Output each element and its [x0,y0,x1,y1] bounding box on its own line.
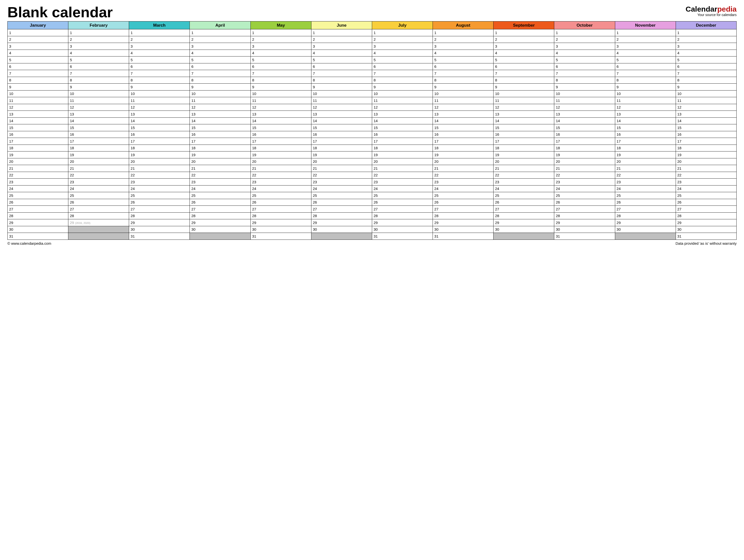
day-cell: 22 [311,172,372,179]
day-cell: 24 [190,185,251,192]
day-cell: 4 [251,49,311,57]
day-cell: 16 [8,131,68,138]
day-cell: 8 [190,77,251,84]
day-cell: 12 [190,104,251,111]
day-cell: 14 [615,117,676,124]
day-cell: 30 [554,226,615,233]
day-cell: 6 [190,63,251,70]
day-cell: 5 [676,57,736,64]
day-cell: 14 [433,117,493,124]
day-cell [68,233,129,240]
day-cell: 28 [676,213,736,219]
day-cell: 2 [554,36,615,43]
table-row: 777777777777 [8,70,737,77]
day-cell: 18 [8,145,68,151]
month-header: June [311,22,372,29]
day-cell: 30 [433,226,493,233]
day-cell: 13 [493,111,554,118]
day-cell: 12 [615,104,676,111]
day-cell: 19 [372,151,433,158]
day-cell: 29 (2016, 2020) [68,219,129,226]
table-row: 282828282828282828282828 [8,213,737,219]
day-cell: 11 [554,97,615,104]
day-cell: 8 [372,77,433,84]
table-row: 141414141414141414141414 [8,117,737,124]
table-row: 131313131313131313131313 [8,111,737,118]
day-cell: 25 [311,192,372,199]
day-cell: 4 [8,49,68,57]
day-cell: 1 [493,29,554,36]
day-cell: 22 [68,172,129,179]
day-cell: 24 [372,185,433,192]
day-cell: 17 [251,138,311,145]
day-cell: 31 [251,233,311,240]
day-cell: 10 [554,90,615,97]
day-cell: 3 [8,43,68,50]
day-cell: 19 [676,151,736,158]
table-row: 272727272727272727272727 [8,206,737,213]
day-cell: 25 [615,192,676,199]
day-cell: 19 [68,151,129,158]
day-cell: 29 [372,219,433,226]
day-cell: 9 [615,84,676,90]
brand-prefix: Calendar [685,5,717,13]
day-cell: 20 [8,158,68,165]
day-cell: 14 [311,117,372,124]
day-cell: 24 [676,185,736,192]
day-cell: 29 [8,219,68,226]
day-cell: 28 [493,213,554,219]
day-cell: 22 [129,172,190,179]
day-cell: 21 [372,165,433,172]
day-cell: 24 [311,185,372,192]
footer-disclaimer: Data provided 'as is' without warranty [675,241,737,246]
day-cell: 18 [190,145,251,151]
day-cell: 10 [8,90,68,97]
day-cell: 1 [554,29,615,36]
day-cell: 2 [433,36,493,43]
day-cell: 21 [129,165,190,172]
day-cell: 5 [433,57,493,64]
day-cell: 23 [311,179,372,186]
day-cell: 5 [129,57,190,64]
day-cell: 19 [554,151,615,158]
day-cell: 22 [493,172,554,179]
day-cell: 22 [433,172,493,179]
day-cell: 7 [372,70,433,77]
day-cell: 3 [615,43,676,50]
day-cell: 5 [68,57,129,64]
day-cell: 3 [190,43,251,50]
day-cell: 11 [8,97,68,104]
day-cell: 2 [8,36,68,43]
day-cell: 11 [433,97,493,104]
day-cell: 31 [433,233,493,240]
day-cell: 6 [129,63,190,70]
day-cell: 1 [311,29,372,36]
day-cell: 7 [190,70,251,77]
day-cell: 17 [493,138,554,145]
day-cell: 7 [311,70,372,77]
day-cell: 20 [493,158,554,165]
day-cell: 6 [615,63,676,70]
table-row: 31313131313131 [8,233,737,240]
day-cell: 12 [251,104,311,111]
day-cell: 12 [676,104,736,111]
day-cell: 18 [372,145,433,151]
day-cell: 5 [615,57,676,64]
day-cell: 3 [676,43,736,50]
day-cell: 27 [493,206,554,213]
day-cell: 4 [311,49,372,57]
table-row: 222222222222222222222222 [8,172,737,179]
day-cell: 28 [433,213,493,219]
day-cell: 28 [251,213,311,219]
day-cell: 9 [372,84,433,90]
day-cell: 14 [190,117,251,124]
day-cell: 13 [554,111,615,118]
table-row: 121212121212121212121212 [8,104,737,111]
day-cell: 20 [433,158,493,165]
month-header: September [493,22,554,29]
day-cell: 14 [554,117,615,124]
day-cell: 31 [8,233,68,240]
day-cell [190,233,251,240]
day-cell: 1 [676,29,736,36]
day-cell: 10 [433,90,493,97]
